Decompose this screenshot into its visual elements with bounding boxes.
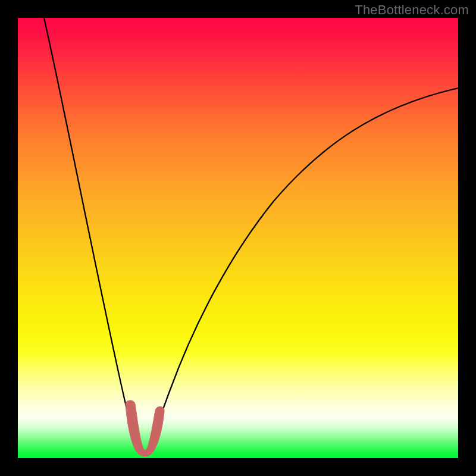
u-blob-path (126, 400, 164, 456)
watermark-text: TheBottleneck.com (355, 2, 469, 18)
chart-frame: TheBottleneck.com (0, 0, 476, 476)
optimal-region-blob (18, 18, 458, 458)
plot-area (18, 18, 458, 458)
